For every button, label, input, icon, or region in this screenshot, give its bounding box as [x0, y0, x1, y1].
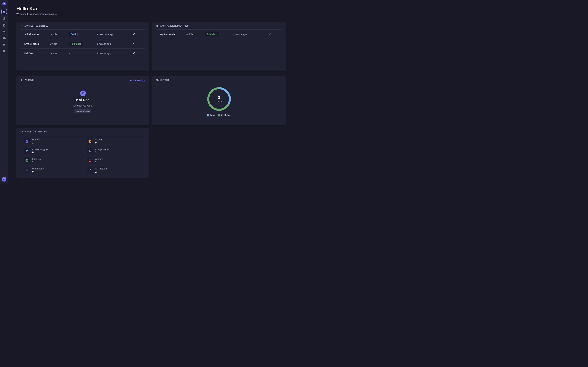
stat-label: Locales	[32, 158, 41, 160]
stat-webhooks: Webhooks 0	[20, 165, 83, 175]
card-header: LAST EDITED ENTRIES	[16, 22, 149, 27]
entry-type: Article	[50, 33, 69, 36]
user-avatar[interactable]: KD	[2, 177, 6, 182]
entry-name: My first article	[160, 33, 186, 36]
last-edited-entries-card: LAST EDITED ENTRIES A draft article Arti…	[16, 22, 149, 71]
sidebar-item-marketplace[interactable]	[1, 42, 7, 48]
edit-entry-button[interactable]	[268, 33, 271, 36]
table-row: Kai Doe Author - 1 minute ago	[20, 49, 146, 58]
entry-time: 1 minute ago	[233, 33, 268, 36]
table-row: A draft article Article Draft 20 seconds…	[20, 30, 146, 39]
feather-icon	[3, 17, 6, 20]
card-header: LAST PUBLISHED ENTRIES	[152, 22, 286, 27]
card-header: PROJECT STATISTICS	[16, 128, 149, 133]
sidebar-item-settings[interactable]	[1, 48, 7, 54]
stats-table: Entries 3 Assets 0 Content-Types 6	[20, 136, 146, 175]
pencil-icon	[20, 25, 23, 27]
donut-center-label: entries	[216, 100, 222, 103]
stat-admins: Admins 1	[83, 156, 146, 165]
stat-components: Components 1	[83, 146, 146, 156]
stat-assets: Assets 0	[83, 136, 146, 146]
entries-donut-chart: 3 entries	[206, 86, 232, 112]
pencil-icon	[132, 33, 135, 35]
card-title: PROJECT STATISTICS	[25, 131, 47, 133]
stat-label: Assets	[95, 138, 103, 141]
file-icon	[24, 138, 30, 144]
last-edited-table: A draft article Article Draft 20 seconds…	[20, 29, 146, 58]
stat-value: 2	[95, 170, 108, 173]
entry-name: A draft article	[24, 33, 50, 36]
sidebar-item-content-manager[interactable]	[1, 16, 7, 22]
user-icon	[20, 79, 23, 81]
sidebar-item-media-library[interactable]	[1, 23, 7, 28]
key-icon	[87, 167, 93, 173]
profile-settings-link[interactable]: Profile settings	[130, 79, 146, 82]
status-badge: Draft	[69, 32, 78, 36]
stat-api-tokens: API Tokens 2	[83, 165, 146, 175]
profile-name: Kai Doe	[16, 98, 149, 102]
entry-status-empty: -	[69, 52, 97, 55]
pictures-icon	[3, 24, 6, 27]
card-header: ENTRIES	[152, 76, 286, 81]
layout-icon	[24, 148, 30, 154]
last-published-entries-card: LAST PUBLISHED ENTRIES My first article …	[152, 22, 286, 71]
published-swatch	[218, 114, 220, 117]
last-published-table: My first article Article Published 1 min…	[156, 29, 282, 39]
strapi-logo[interactable]	[2, 2, 6, 5]
entry-time: 1 minute ago	[97, 52, 132, 55]
legend-item-draft: Draft	[207, 114, 215, 117]
stat-label: Components	[95, 148, 109, 151]
page-subtitle: Welcome to your administration panel	[16, 13, 57, 15]
legend-item-published: Published	[218, 114, 231, 117]
sidebar-item-content-type-builder[interactable]	[1, 29, 7, 34]
entry-time: 20 seconds ago	[97, 33, 132, 36]
edit-entry-button[interactable]	[132, 33, 135, 36]
edit-entry-button[interactable]	[132, 52, 135, 55]
layout-icon	[3, 30, 6, 33]
sidebar: KD	[0, 0, 8, 184]
profile-card: PROFILE Profile settings KD Kai Doe kai.…	[16, 76, 149, 125]
check-circle-icon	[156, 25, 159, 27]
entry-name: My first article	[24, 42, 50, 45]
card-title: LAST EDITED ENTRIES	[25, 25, 48, 27]
stat-label: Entries	[32, 138, 40, 141]
card-title: LAST PUBLISHED ENTRIES	[160, 25, 189, 27]
draft-swatch	[207, 114, 209, 117]
donut-center-value: 3	[218, 95, 220, 100]
pencil-icon	[132, 52, 135, 54]
gear-icon	[3, 50, 6, 52]
stat-value: 1	[95, 161, 104, 164]
legend-label: Published	[221, 114, 231, 117]
profile-avatar: KD	[80, 91, 86, 96]
card-title: PROFILE	[25, 79, 34, 81]
edit-entry-button[interactable]	[132, 42, 135, 45]
stat-label: API Tokens	[95, 167, 108, 170]
pencil-icon	[132, 42, 135, 45]
cloud-icon	[3, 37, 6, 40]
status-badge: Published	[205, 32, 219, 36]
home-icon	[3, 10, 6, 13]
sidebar-item-home[interactable]	[1, 9, 7, 14]
stat-value: 3	[32, 141, 40, 144]
stat-label: Admins	[95, 158, 104, 160]
strapi-logo-glyph	[3, 3, 5, 5]
entry-type: Author	[50, 52, 69, 55]
table-row: My first article Article Published 1 min…	[156, 30, 282, 39]
status-badge: Published	[69, 42, 83, 46]
stat-entries: Entries 3	[20, 136, 83, 146]
entry-time: 1 minute ago	[97, 42, 132, 45]
stat-value: 1	[32, 161, 41, 164]
trending-up-icon	[20, 131, 23, 133]
globe-icon	[24, 157, 30, 164]
page-title: Hello Kai	[16, 6, 37, 11]
stat-label: Webhooks	[32, 167, 44, 170]
chart-legend: Draft Published	[152, 114, 286, 117]
role-badge: SUPER ADMIN	[75, 109, 91, 113]
stat-value: 0	[32, 170, 44, 173]
table-row: My first article Article Published 1 min…	[20, 39, 146, 49]
profile-email: kai.doe@strapi.io	[16, 104, 149, 107]
puzzle-icon	[156, 79, 159, 81]
pictures-icon	[87, 138, 93, 144]
sidebar-item-deploy[interactable]	[1, 35, 7, 41]
stat-content-types: Content-Types 6	[20, 146, 83, 156]
